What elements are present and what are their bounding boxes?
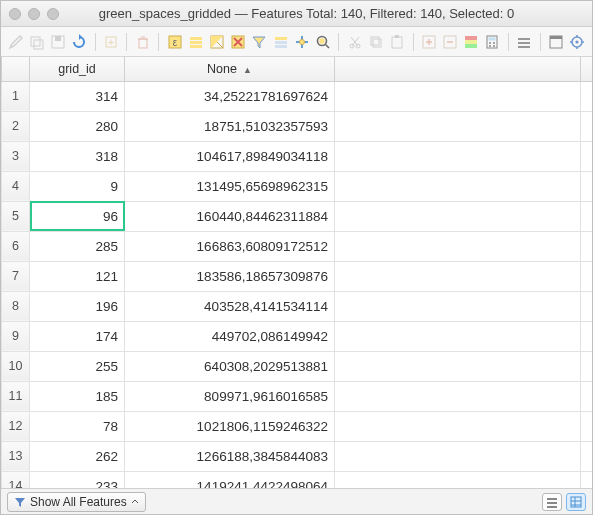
- dock-icon[interactable]: [548, 32, 565, 52]
- cell-none[interactable]: 640308,2029513881: [125, 351, 335, 381]
- cell-grid-id[interactable]: 314: [30, 81, 125, 111]
- table-row[interactable]: 142331419241,4422498064: [2, 471, 593, 488]
- cell-grid-id[interactable]: 185: [30, 381, 125, 411]
- move-selection-to-top-icon[interactable]: [272, 32, 289, 52]
- cell-none[interactable]: 403528,4141534114: [125, 291, 335, 321]
- cell-none[interactable]: 1419241,4422498064: [125, 471, 335, 488]
- table-row[interactable]: 228018751,51032357593: [2, 111, 593, 141]
- cell-none[interactable]: 166863,60809172512: [125, 231, 335, 261]
- cell-none[interactable]: 104617,89849034118: [125, 141, 335, 171]
- svg-point-17: [299, 39, 304, 44]
- row-number-cell[interactable]: 10: [2, 351, 30, 381]
- table-view-button[interactable]: [566, 493, 586, 511]
- svg-point-36: [493, 45, 495, 47]
- cut-icon[interactable]: [346, 32, 363, 52]
- cell-none[interactable]: 1021806,1159246322: [125, 411, 335, 441]
- cell-grid-id[interactable]: 196: [30, 291, 125, 321]
- header-rownum[interactable]: [2, 57, 30, 81]
- row-number-cell[interactable]: 7: [2, 261, 30, 291]
- row-number-cell[interactable]: 12: [2, 411, 30, 441]
- table-row[interactable]: 7121183586,18657309876: [2, 261, 593, 291]
- zoom-icon[interactable]: [47, 8, 59, 20]
- cell-grid-id[interactable]: 9: [30, 171, 125, 201]
- filter-button-label: Show All Features: [30, 495, 127, 509]
- table-row[interactable]: 6285166863,60809172512: [2, 231, 593, 261]
- cell-none[interactable]: 18751,51032357593: [125, 111, 335, 141]
- svg-rect-46: [547, 506, 557, 508]
- cell-grid-id[interactable]: 78: [30, 411, 125, 441]
- cell-grid-id[interactable]: 255: [30, 351, 125, 381]
- row-number-cell[interactable]: 6: [2, 231, 30, 261]
- zoom-to-selected-icon[interactable]: [314, 32, 331, 52]
- cell-none[interactable]: 34,25221781697624: [125, 81, 335, 111]
- svg-rect-0: [31, 37, 40, 46]
- paste-icon[interactable]: [388, 32, 405, 52]
- copy-icon[interactable]: [367, 32, 384, 52]
- row-number-cell[interactable]: 1: [2, 81, 30, 111]
- cell-none[interactable]: 449702,086149942: [125, 321, 335, 351]
- save-edits-icon[interactable]: [49, 32, 66, 52]
- cell-grid-id[interactable]: 174: [30, 321, 125, 351]
- row-number-cell[interactable]: 9: [2, 321, 30, 351]
- field-calculator-icon[interactable]: [484, 32, 501, 52]
- header-grid-id[interactable]: grid_id: [30, 57, 125, 81]
- cell-none[interactable]: 160440,84462311884: [125, 201, 335, 231]
- close-icon[interactable]: [9, 8, 21, 20]
- table-row[interactable]: 8196403528,4141534114: [2, 291, 593, 321]
- toggle-editing-icon[interactable]: [7, 32, 24, 52]
- cell-none[interactable]: 809971,9616016585: [125, 381, 335, 411]
- filter-features-button[interactable]: Show All Features: [7, 492, 146, 512]
- conditional-format-icon[interactable]: [463, 32, 480, 52]
- delete-selected-icon[interactable]: [134, 32, 151, 52]
- select-all-icon[interactable]: [187, 32, 204, 52]
- multi-edit-icon[interactable]: [28, 32, 45, 52]
- select-by-expression-icon[interactable]: ε: [166, 32, 183, 52]
- row-number-cell[interactable]: 2: [2, 111, 30, 141]
- cell-none[interactable]: 1266188,3845844083: [125, 441, 335, 471]
- table-row[interactable]: 9174449702,086149942: [2, 321, 593, 351]
- cell-none[interactable]: 131495,65698962315: [125, 171, 335, 201]
- table-row[interactable]: 132621266188,3845844083: [2, 441, 593, 471]
- table-row[interactable]: 12781021806,1159246322: [2, 411, 593, 441]
- row-number-cell[interactable]: 8: [2, 291, 30, 321]
- cell-grid-id[interactable]: 233: [30, 471, 125, 488]
- invert-selection-icon[interactable]: [209, 32, 226, 52]
- row-number-cell[interactable]: 13: [2, 441, 30, 471]
- titlebar[interactable]: green_spaces_gridded — Features Total: 1…: [1, 1, 592, 27]
- delete-field-icon[interactable]: [442, 32, 459, 52]
- filter-selection-icon[interactable]: [251, 32, 268, 52]
- reload-icon[interactable]: [70, 32, 87, 52]
- row-number-cell[interactable]: 4: [2, 171, 30, 201]
- table-row[interactable]: 49131495,65698962315: [2, 171, 593, 201]
- svg-rect-45: [547, 502, 557, 504]
- table-row[interactable]: 596160440,84462311884: [2, 201, 593, 231]
- row-number-cell[interactable]: 11: [2, 381, 30, 411]
- cell-none[interactable]: 183586,18657309876: [125, 261, 335, 291]
- form-view-button[interactable]: [542, 493, 562, 511]
- row-number-cell[interactable]: 14: [2, 471, 30, 488]
- header-none[interactable]: None: [125, 57, 335, 81]
- add-feature-icon[interactable]: +: [102, 32, 119, 52]
- table-row[interactable]: 10255640308,2029513881: [2, 351, 593, 381]
- cell-grid-id[interactable]: 262: [30, 441, 125, 471]
- cell-scrollbar-gap: [581, 381, 593, 411]
- cell-grid-id[interactable]: 121: [30, 261, 125, 291]
- deselect-all-icon[interactable]: [230, 32, 247, 52]
- cell-grid-id[interactable]: 285: [30, 231, 125, 261]
- cell-grid-id[interactable]: 280: [30, 111, 125, 141]
- row-number-cell[interactable]: 5: [2, 201, 30, 231]
- actions-icon[interactable]: [516, 32, 533, 52]
- new-field-icon[interactable]: [420, 32, 437, 52]
- minimize-icon[interactable]: [28, 8, 40, 20]
- cell-blank: [335, 111, 581, 141]
- table-row[interactable]: 3318104617,89849034118: [2, 141, 593, 171]
- row-number-cell[interactable]: 3: [2, 141, 30, 171]
- table-row[interactable]: 131434,25221781697624: [2, 81, 593, 111]
- cell-grid-id[interactable]: 318: [30, 141, 125, 171]
- pan-to-selected-icon[interactable]: [293, 32, 310, 52]
- table-area[interactable]: grid_id None 131434,25221781697624228018…: [1, 57, 592, 488]
- toolbar: + ε: [1, 27, 592, 57]
- table-row[interactable]: 11185809971,9616016585: [2, 381, 593, 411]
- organize-columns-icon[interactable]: [569, 32, 586, 52]
- cell-grid-id[interactable]: 96: [30, 201, 125, 231]
